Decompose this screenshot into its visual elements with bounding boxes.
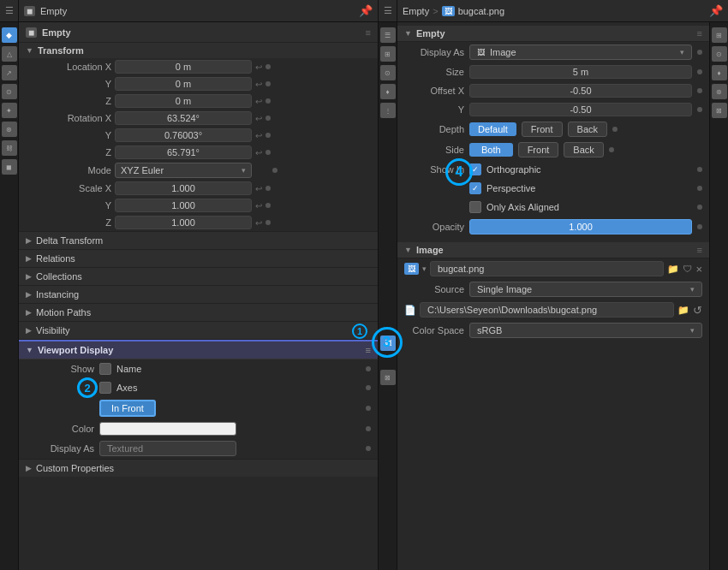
empty-section-header[interactable]: ▼ Empty ≡: [397, 26, 709, 42]
far-right-icon-2[interactable]: ⊙: [712, 46, 727, 62]
ortho-checkbox[interactable]: ✓: [469, 163, 481, 175]
depth-back-btn[interactable]: Back: [568, 122, 607, 137]
loc-z-label: Z: [26, 96, 111, 106]
scale-z-reset[interactable]: ↩: [255, 218, 262, 228]
viewport-display-header[interactable]: ▼ Viewport Display ≡: [19, 340, 378, 359]
r-display-as-row: Display As 🖼 Image ▾: [397, 42, 709, 62]
img-shield-icon[interactable]: 🛡: [683, 264, 692, 274]
infront-button[interactable]: In Front: [99, 400, 156, 417]
scale-x-input[interactable]: 1.000: [115, 181, 252, 195]
r-path-input[interactable]: C:\Users\Seyeon\Downloads\bugcat.png: [420, 302, 674, 318]
rot-y-input[interactable]: 0.76003°: [115, 128, 252, 142]
right-icon-bar-toggle[interactable]: ☰: [384, 5, 392, 16]
visibility-section[interactable]: ▶ Visibility: [19, 322, 378, 340]
rot-z-reset[interactable]: ↩: [255, 148, 262, 157]
display-as-select-left[interactable]: Textured: [99, 441, 236, 456]
img-folder-icon[interactable]: 📁: [667, 264, 679, 275]
depth-default-btn[interactable]: Default: [469, 122, 516, 136]
axis-checkbox[interactable]: [469, 201, 481, 213]
img-close-icon[interactable]: ×: [695, 263, 702, 276]
icon-constraints[interactable]: ⛓: [2, 140, 17, 156]
motion-paths-section[interactable]: ▶ Motion Paths: [19, 304, 378, 322]
far-right-icon-4[interactable]: ⊛: [712, 84, 727, 99]
scale-x-reset[interactable]: ↩: [255, 184, 262, 193]
mid-icon-4[interactable]: ♦: [380, 84, 396, 99]
delta-transform-section[interactable]: ▶ Delta Transform: [19, 232, 378, 250]
scale-y-reset[interactable]: ↩: [255, 201, 262, 211]
r-display-as-select[interactable]: 🖼 Image ▾: [469, 45, 692, 60]
icon-curve[interactable]: ↗: [2, 65, 17, 80]
r-display-img-icon: 🖼: [477, 48, 485, 56]
transform-header[interactable]: ▼ Transform: [19, 43, 378, 58]
mid-icon-3[interactable]: ⊙: [380, 65, 396, 80]
image-sec-menu[interactable]: ≡: [697, 245, 702, 255]
rot-y-reset[interactable]: ↩: [255, 131, 262, 140]
depth-front-btn[interactable]: Front: [522, 122, 563, 137]
r-source-select[interactable]: Single Image ▾: [469, 282, 702, 297]
icon-particle[interactable]: ✦: [2, 103, 17, 118]
display-as-row-left: Display As Textured: [19, 438, 378, 459]
collections-section[interactable]: ▶ Collections: [19, 268, 378, 286]
empty-sec-menu[interactable]: ≡: [697, 28, 702, 39]
r-size-input[interactable]: 5 m: [469, 65, 692, 79]
name-checkbox[interactable]: [99, 363, 111, 375]
left-panel-pin[interactable]: 📌: [359, 4, 373, 17]
far-right-icon-1[interactable]: ⊞: [712, 27, 727, 43]
scale-y-label: Y: [26, 200, 111, 211]
side-back-btn[interactable]: Back: [564, 142, 603, 157]
left-icon-bar-toggle[interactable]: ☰: [5, 5, 14, 16]
loc-x-reset[interactable]: ↩: [255, 62, 262, 72]
scale-y-input[interactable]: 1.000: [115, 199, 252, 212]
r-path-folder[interactable]: 📁: [677, 305, 689, 316]
r-colorspace-row: Color Space sRGB ▾: [397, 320, 709, 341]
side-both-btn[interactable]: Both: [469, 143, 513, 157]
custom-properties-section[interactable]: ▶ Custom Properties: [19, 460, 378, 477]
axes-checkbox[interactable]: [99, 382, 111, 394]
far-right-icon-3[interactable]: ♦: [712, 65, 727, 80]
side-front-btn[interactable]: Front: [518, 142, 559, 157]
icon-surface[interactable]: ⊙: [2, 84, 17, 99]
icon-mesh[interactable]: △: [2, 46, 17, 62]
icon-physics[interactable]: ⊛: [2, 122, 17, 137]
r-offset-y-input[interactable]: -0.50: [469, 103, 692, 116]
icon-object-data[interactable]: ◼: [2, 159, 17, 175]
opacity-slider[interactable]: 1.000: [469, 219, 692, 235]
relations-section[interactable]: ▶ Relations: [19, 250, 378, 268]
mid-icon-2[interactable]: ⊞: [380, 46, 396, 62]
instancing-section[interactable]: ▶ Instancing: [19, 286, 378, 304]
mid-icon-1[interactable]: ☰: [380, 27, 396, 43]
r-colorspace-label: Color Space: [404, 325, 464, 335]
r-opacity-row: Opacity 1.000: [397, 217, 709, 237]
loc-y-input[interactable]: 0 m: [115, 77, 252, 91]
loc-x-input[interactable]: 0 m: [115, 60, 252, 74]
mid-icon-5[interactable]: ⋮: [380, 103, 396, 118]
color-swatch[interactable]: [99, 422, 236, 436]
right-scroll-area[interactable]: ▼ Empty ≡ Display As 🖼 Image ▾ Siz: [397, 22, 709, 570]
rot-x-reset[interactable]: ↩: [255, 114, 262, 123]
rot-z-input[interactable]: 65.791°: [115, 145, 252, 159]
persp-checkbox[interactable]: ✓: [469, 182, 481, 194]
r-path-refresh[interactable]: ↺: [693, 304, 702, 317]
left-scroll-area[interactable]: ▼ Transform Location X 0 m ↩ Y 0 m ↩: [19, 43, 378, 570]
r-colorspace-select[interactable]: sRGB ▾: [469, 323, 702, 338]
loc-z-reset[interactable]: ↩: [255, 97, 262, 106]
mode-select[interactable]: XYZ Euler ▾: [115, 163, 252, 178]
rot-x-dot: [266, 116, 271, 121]
mid-icon-6[interactable]: ⊠: [380, 370, 396, 385]
left-sub-icon: ◼: [26, 27, 37, 38]
menu-icon[interactable]: ≡: [366, 27, 371, 38]
r-offset-x-input[interactable]: -0.50: [469, 84, 692, 98]
loc-z-input[interactable]: 0 m: [115, 94, 252, 108]
viewport-menu[interactable]: ≡: [366, 345, 371, 355]
loc-y-reset[interactable]: ↩: [255, 80, 262, 89]
image-name-input[interactable]: bugcat.png: [430, 261, 664, 276]
scale-z-input[interactable]: 1.000: [115, 216, 252, 229]
empty-sec-arrow: ▼: [404, 29, 412, 38]
right-panel-pin[interactable]: 📌: [709, 4, 723, 17]
icon-object[interactable]: ◆: [2, 27, 17, 43]
r-source-arrow: ▾: [690, 285, 695, 294]
rot-x-input[interactable]: 63.524°: [115, 111, 252, 125]
right-panel: ▼ Empty ≡ Display As 🖼 Image ▾ Siz: [397, 22, 709, 570]
image-section-header[interactable]: ▼ Image ≡: [397, 242, 709, 258]
far-right-icon-5[interactable]: ⊠: [712, 103, 727, 118]
